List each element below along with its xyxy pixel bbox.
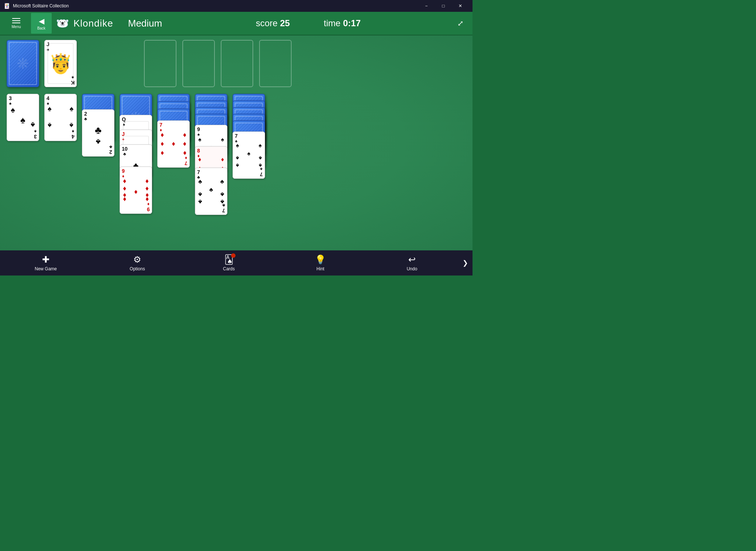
maximize-button[interactable]: □ bbox=[435, 0, 452, 12]
game-header: Menu ◀ Back 🐻‍❄️ Klondike Medium score 2… bbox=[0, 12, 472, 35]
new-game-label: New Game bbox=[35, 266, 57, 271]
undo-button[interactable]: ↩ Undo bbox=[366, 250, 458, 276]
waste-card-k[interactable]: J ♠ 🤴 K ♠ bbox=[44, 40, 77, 87]
game-mode: Medium bbox=[128, 18, 162, 29]
minimize-button[interactable]: − bbox=[418, 0, 435, 12]
tableau-col5-7d[interactable]: 7 ♦ ♦ ♦ ♦ ♦ ♦ ♦ ♦ 7 ♦ bbox=[157, 120, 190, 168]
undo-label: Undo bbox=[407, 266, 417, 271]
time-value: 0:17 bbox=[343, 18, 361, 28]
foundation-3[interactable] bbox=[221, 40, 253, 87]
tableau-col1-card1[interactable]: 3 ♠ ♠ ♠ ♠ 3 ♠ bbox=[7, 94, 39, 141]
tableau-col7-7s[interactable]: 7 ♠ ♠ ♠ ♠ ♠ ♠ ♠ ♠ 7 ♠ bbox=[233, 131, 265, 179]
options-icon: ⚙ bbox=[133, 254, 141, 265]
titlebar: 🃏 Microsoft Solitaire Collection − □ ✕ bbox=[0, 0, 472, 12]
score-value: 25 bbox=[280, 18, 290, 28]
expand-button[interactable]: ⤢ bbox=[454, 16, 467, 31]
hint-button[interactable]: 💡 Hint bbox=[275, 250, 366, 276]
time-label: time bbox=[324, 18, 340, 28]
stock-pile[interactable]: ❋ bbox=[7, 40, 39, 87]
new-game-button[interactable]: ✚ New Game bbox=[0, 250, 92, 276]
back-arrow-icon: ◀ bbox=[39, 17, 44, 25]
cards-label: Cards bbox=[223, 266, 235, 271]
bear-icon: 🐻‍❄️ bbox=[56, 17, 69, 30]
menu-label: Menu bbox=[11, 25, 21, 29]
close-button[interactable]: ✕ bbox=[452, 0, 469, 12]
tableau-col4-9[interactable]: 9 ♦ ♦ ♦ ♦ ♦ ♦ ♦ ♦ ♦ ♦ 9 ♦ bbox=[120, 167, 152, 214]
king-face: 🤴 bbox=[48, 43, 73, 84]
app-icon: 🃏 bbox=[4, 3, 10, 9]
foundation-1[interactable] bbox=[144, 40, 176, 87]
cards-button[interactable]: 🂡 Cards bbox=[183, 250, 275, 276]
game-title: Klondike bbox=[73, 18, 113, 29]
notification-dot bbox=[231, 253, 236, 258]
hamburger-icon bbox=[12, 18, 20, 23]
hint-label: Hint bbox=[316, 266, 324, 271]
back-label: Back bbox=[37, 26, 45, 30]
new-game-icon: ✚ bbox=[42, 254, 49, 265]
undo-icon: ↩ bbox=[408, 254, 416, 265]
app-title: Microsoft Solitaire Collection bbox=[13, 3, 418, 8]
options-button[interactable]: ⚙ Options bbox=[92, 250, 183, 276]
hint-icon: 💡 bbox=[315, 254, 326, 265]
back-button[interactable]: ◀ Back bbox=[31, 13, 52, 34]
score-label: score bbox=[256, 18, 278, 28]
tableau-col3-card2[interactable]: 2 ♣ ♣ ♣ 2 ♣ bbox=[82, 109, 114, 157]
foundation-2[interactable] bbox=[182, 40, 215, 87]
tableau-col6-7c[interactable]: 7 ♣ ♣ ♣ ♣ ♣ ♣ ♣ ♣ 7 ♣ bbox=[195, 168, 227, 215]
window-controls: − □ ✕ bbox=[418, 0, 469, 12]
options-label: Options bbox=[130, 266, 145, 271]
more-button[interactable]: ❯ bbox=[458, 250, 472, 276]
menu-button[interactable]: Menu bbox=[6, 13, 27, 34]
tableau-col2-card1[interactable]: 4 ♠ ♠ ♠ ♠ ♠ 4 ♠ bbox=[44, 94, 77, 141]
toolbar: ✚ New Game ⚙ Options 🂡 Cards 💡 Hint ↩ Un… bbox=[0, 250, 472, 276]
time-section: time 0:17 bbox=[324, 18, 361, 28]
game-area: ❋ J ♠ 🤴 K ♠ 3 ♠ ♠ ♠ ♠ 3 ♠ 4 bbox=[0, 35, 472, 250]
score-section: score 25 bbox=[256, 18, 290, 28]
foundation-4[interactable] bbox=[259, 40, 292, 87]
